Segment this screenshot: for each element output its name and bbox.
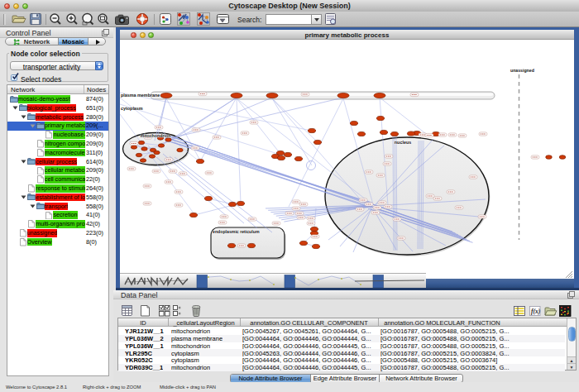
svg-text:cytoplasm: cytoplasm (121, 106, 143, 111)
svg-text:endoplasmic reticulum: endoplasmic reticulum (213, 229, 260, 234)
svg-text:plasma membrane: plasma membrane (121, 93, 160, 98)
svg-text:nucleus: nucleus (395, 140, 411, 145)
svg-text:mitochondrion: mitochondrion (140, 133, 170, 138)
svg-text:f(x): f(x) (531, 308, 541, 315)
svg-text:unassigned: unassigned (510, 68, 534, 73)
